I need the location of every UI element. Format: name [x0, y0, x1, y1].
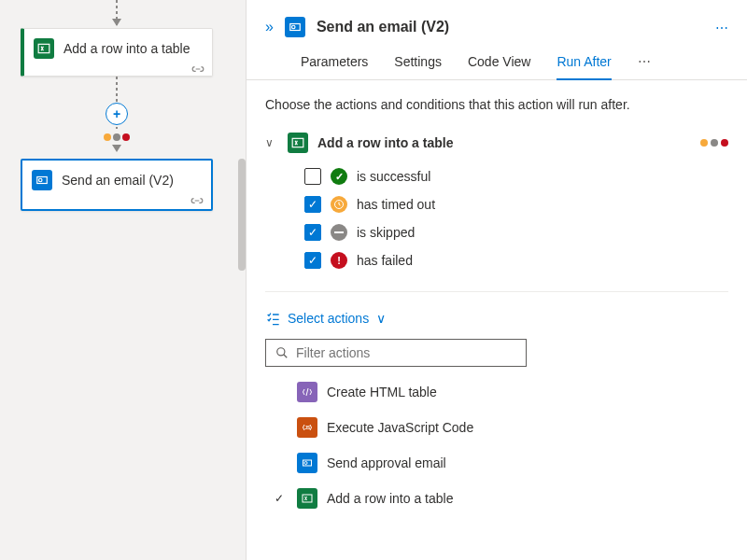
svg-point-7	[277, 348, 285, 356]
excel-icon	[288, 133, 308, 153]
arrow-icon	[112, 19, 121, 26]
status-label: is successful	[357, 169, 430, 184]
error-icon: !	[331, 252, 347, 269]
card-title: Add a row into a table	[63, 41, 190, 56]
svg-text:JS: JS	[305, 426, 311, 430]
checkbox-timeout[interactable]: ✓	[304, 196, 321, 213]
excel-icon	[34, 38, 54, 59]
svg-line-8	[284, 355, 288, 358]
search-icon	[275, 346, 289, 359]
excel-icon	[297, 488, 317, 509]
filter-actions-input-wrap[interactable]	[265, 339, 527, 367]
run-after-indicator	[700, 139, 728, 147]
action-label: Execute JavaScript Code	[327, 420, 473, 435]
chevron-down-icon[interactable]: ∨	[265, 136, 278, 149]
clock-icon	[331, 196, 347, 213]
run-after-indicator	[104, 133, 130, 141]
arrow-icon	[112, 145, 121, 152]
flow-card-send-email[interactable]: Send an email (V2)	[21, 159, 213, 211]
svg-point-2	[39, 178, 43, 182]
svg-rect-12	[303, 495, 312, 502]
chevron-down-icon: ∨	[376, 311, 386, 326]
outlook-icon	[32, 170, 52, 190]
status-label: has timed out	[357, 197, 435, 212]
flow-card-add-row[interactable]: Add a row into a table	[21, 28, 213, 77]
canvas-scrollbar[interactable]	[238, 159, 246, 271]
tab-parameters[interactable]: Parameters	[301, 54, 368, 79]
flow-canvas[interactable]: Add a row into a table + Send an email (…	[0, 0, 247, 560]
svg-point-11	[304, 462, 307, 465]
outlook-icon	[285, 17, 305, 37]
svg-point-4	[291, 25, 295, 29]
select-actions-label: Select actions	[288, 311, 369, 326]
run-after-description: Choose the actions and conditions that t…	[247, 80, 747, 129]
divider	[265, 291, 728, 292]
panel-more-button[interactable]: ⋯	[715, 21, 728, 35]
action-option-add-row[interactable]: ✓ Add a row into a table	[265, 481, 728, 516]
list-icon	[265, 311, 280, 326]
filter-actions-input[interactable]	[296, 345, 516, 360]
success-icon: ✓	[331, 168, 347, 185]
tab-run-after[interactable]: Run After	[557, 54, 611, 80]
action-option-send-approval-email[interactable]: Send approval email	[265, 445, 728, 481]
add-step-button[interactable]: +	[106, 103, 128, 125]
details-panel: » Send an email (V2) ⋯ Parameters Settin…	[247, 0, 747, 560]
status-list: ✓ is successful ✓ has timed out ✓ is ski…	[247, 157, 747, 286]
skip-icon	[331, 224, 347, 241]
link-icon	[190, 196, 204, 205]
outlook-icon	[297, 453, 317, 473]
tabs-more-button[interactable]: ⋯	[638, 54, 651, 79]
action-option-execute-js[interactable]: JS Execute JavaScript Code	[265, 410, 728, 445]
checkmark-icon: ✓	[271, 492, 288, 505]
select-actions-button[interactable]: Select actions ∨	[247, 298, 747, 339]
action-label: Send approval email	[327, 455, 446, 470]
checkbox-skipped[interactable]: ✓	[304, 224, 321, 241]
svg-rect-5	[292, 138, 303, 147]
action-option-create-html-table[interactable]: Create HTML table	[265, 374, 728, 410]
tab-code-view[interactable]: Code View	[468, 54, 530, 79]
tab-settings[interactable]: Settings	[394, 54, 442, 79]
panel-title: Send an email (V2)	[317, 19, 449, 35]
action-picker: Create HTML table JS Execute JavaScript …	[265, 339, 728, 525]
condition-title: Add a row into a table	[317, 135, 691, 150]
link-icon	[191, 64, 204, 74]
checkbox-failed[interactable]: ✓	[304, 252, 321, 269]
card-title: Send an email (V2)	[62, 173, 174, 188]
action-label: Add a row into a table	[327, 491, 453, 506]
html-table-icon	[297, 382, 317, 402]
status-label: is skipped	[357, 225, 415, 240]
collapse-panel-button[interactable]: »	[265, 19, 274, 35]
svg-rect-0	[38, 44, 49, 52]
status-label: has failed	[357, 253, 413, 268]
action-label: Create HTML table	[327, 385, 437, 399]
javascript-icon: JS	[297, 417, 317, 438]
panel-tabs: Parameters Settings Code View Run After …	[247, 37, 747, 80]
checkbox-success[interactable]	[304, 168, 321, 185]
